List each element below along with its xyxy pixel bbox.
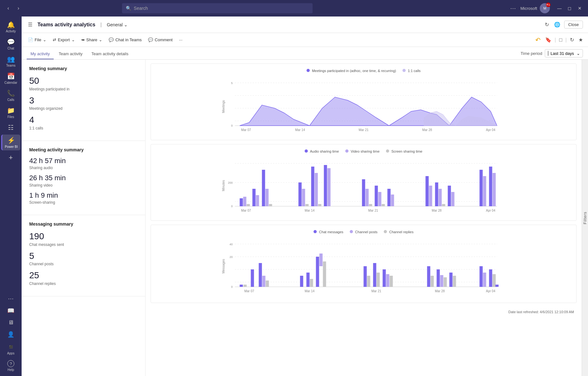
time-period-select[interactable]: Last 31 days ⌄ <box>545 49 583 57</box>
apps-icon: ◾ <box>7 343 15 351</box>
svg-rect-90 <box>427 266 430 287</box>
search-placeholder: Search <box>134 6 148 11</box>
svg-rect-29 <box>269 204 272 206</box>
time-period-chevron: ⌄ <box>577 51 580 56</box>
page-header: ☰ Teams activity analytics | General ⌄ ↻… <box>22 16 588 33</box>
board-icon: ☷ <box>8 124 14 131</box>
svg-rect-26 <box>256 195 259 206</box>
file-button[interactable]: 📄 File ⌄ <box>25 36 49 44</box>
filter-tab[interactable]: Filters <box>582 60 588 376</box>
svg-rect-27 <box>262 170 265 206</box>
file-label: File <box>35 37 41 42</box>
file-icon: 📄 <box>28 37 33 42</box>
svg-text:Apr 04: Apr 04 <box>486 128 496 132</box>
search-bar[interactable]: 🔍 Search <box>122 3 313 13</box>
tab-bar: My activity Team activity Team activity … <box>22 47 588 60</box>
general-dropdown[interactable]: General ⌄ <box>107 22 128 27</box>
sidebar-item-add[interactable]: + <box>1 152 20 164</box>
page-separator: | <box>100 22 102 28</box>
svg-rect-53 <box>480 170 483 206</box>
chart2-legend: Audio sharing time Video sharing time Sc… <box>156 149 571 153</box>
tab-my-activity[interactable]: My activity <box>27 49 54 59</box>
sidebar-item-profile[interactable]: 👤 <box>1 329 20 340</box>
toolbar-separator-2: | <box>565 37 567 43</box>
time-period-value: Last 31 days <box>551 51 574 56</box>
tab-team-activity-details[interactable]: Team activity details <box>88 49 132 59</box>
more-toolbar-button[interactable]: ··· <box>176 36 185 44</box>
sidebar-item-device[interactable]: 🖥 <box>1 317 20 328</box>
legend3-channel-replies: Channel replies <box>384 230 414 234</box>
help-icon: ? <box>7 360 14 367</box>
forward-button[interactable]: › <box>14 4 23 13</box>
more-toolbar-icon: ··· <box>179 37 182 42</box>
svg-rect-80 <box>316 257 319 287</box>
sidebar-item-apps[interactable]: ◾ Apps <box>1 341 20 357</box>
sidebar-item-book[interactable]: 📖 <box>1 305 20 316</box>
stat-item-meetings-participated: 50 Meetings participated in <box>29 76 138 91</box>
globe-button[interactable]: 🌐 <box>553 20 562 29</box>
svg-text:Mar 28: Mar 28 <box>432 209 442 212</box>
tab-bar-right: Time period Last 31 days ⌄ <box>521 49 583 59</box>
meetings-organized-value: 3 <box>29 95 138 106</box>
favorite-button[interactable]: ★ <box>577 36 584 44</box>
svg-rect-42 <box>378 192 382 206</box>
title-bar-right: ⋯ Microsoft M R1 — ◻ ✕ <box>508 3 584 13</box>
legend-dot-video <box>345 149 348 153</box>
sidebar-item-chat[interactable]: 💬 Chat <box>1 36 20 52</box>
svg-text:Mar 21: Mar 21 <box>368 209 378 212</box>
bookmark-button[interactable]: 🔖 <box>544 36 553 44</box>
chat-in-teams-label: Chat in Teams <box>115 37 142 42</box>
chart3-legend: Chat messages Channel posts Channel repl… <box>156 230 571 234</box>
view-button[interactable]: □ <box>558 36 564 44</box>
svg-rect-25 <box>253 189 256 206</box>
chart-messaging-summary: Chat messages Channel posts Channel repl… <box>151 225 577 303</box>
chat-in-teams-button[interactable]: 💬 Chat in Teams <box>106 36 144 44</box>
restore-button[interactable]: ◻ <box>565 4 574 13</box>
sidebar-item-board[interactable]: ☷ <box>1 122 20 133</box>
svg-rect-31 <box>302 189 305 206</box>
sidebar-item-powerbi[interactable]: ⚡ Power BI <box>1 135 20 150</box>
sidebar-item-calendar[interactable]: 📅 Calendar <box>1 70 20 86</box>
close-page-button[interactable]: Close <box>564 21 583 29</box>
window-controls: — ◻ ✕ <box>555 4 584 13</box>
tab-team-activity[interactable]: Team activity <box>55 49 86 59</box>
svg-text:Mar 07: Mar 07 <box>241 128 251 132</box>
avatar[interactable]: M R1 <box>540 3 550 13</box>
export-button[interactable]: ⇄ Export ⌄ <box>50 36 78 44</box>
undo-button[interactable]: ↶ <box>534 35 542 45</box>
sidebar-item-more[interactable]: ⋯ <box>1 293 20 304</box>
comment-button[interactable]: 💬 Comment <box>145 36 175 44</box>
hamburger-button[interactable]: ☰ <box>27 20 34 29</box>
sidebar-item-calls[interactable]: 📞 Calls <box>1 88 20 103</box>
svg-text:Mar 21: Mar 21 <box>371 289 382 293</box>
svg-rect-98 <box>483 273 486 287</box>
svg-rect-32 <box>306 204 309 206</box>
refresh-chart-button[interactable]: ↻ <box>569 36 575 44</box>
svg-rect-71 <box>240 285 243 287</box>
sidebar-item-files[interactable]: 📁 Files <box>1 105 20 121</box>
1on1-calls-value: 4 <box>29 115 138 125</box>
sidebar-item-help[interactable]: ? Help <box>1 358 20 373</box>
svg-rect-75 <box>262 276 266 287</box>
chart-meeting-summary: Meetings participated in (adhoc, one tim… <box>151 63 577 140</box>
close-window-button[interactable]: ✕ <box>575 4 584 13</box>
sidebar-item-teams[interactable]: 👥 Teams <box>1 53 20 69</box>
stat-item-1on1-calls: 4 1:1 calls <box>29 115 138 130</box>
svg-text:20: 20 <box>229 255 233 259</box>
svg-rect-40 <box>369 204 372 206</box>
svg-rect-41 <box>375 186 378 206</box>
legend-item-calls: 1:1 calls <box>402 69 421 73</box>
refresh-button[interactable]: ↻ <box>544 20 550 29</box>
search-icon: 🔍 <box>126 6 131 11</box>
svg-rect-38 <box>362 179 365 206</box>
minimize-button[interactable]: — <box>555 4 564 13</box>
svg-rect-33 <box>311 167 314 206</box>
legend-dot-channel-posts <box>350 230 353 233</box>
legend-dot-channel-replies <box>384 230 387 233</box>
tab-my-activity-label: My activity <box>30 51 50 56</box>
sidebar-item-activity[interactable]: 🔔 Activity <box>1 19 20 35</box>
share-button[interactable]: ➥ Share ⌄ <box>79 36 105 44</box>
more-options-button[interactable]: ⋯ <box>508 3 518 13</box>
back-button[interactable]: ‹ <box>4 4 13 13</box>
chart1-legend: Meetings participated in (adhoc, one tim… <box>156 69 571 73</box>
